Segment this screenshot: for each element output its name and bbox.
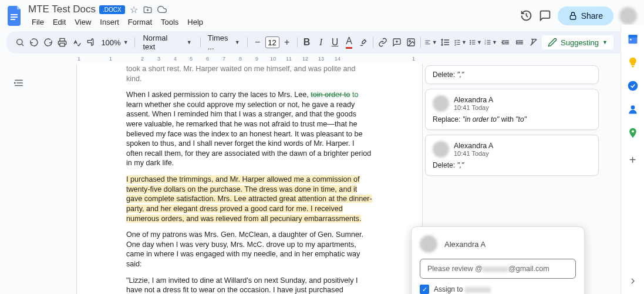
underline-icon[interactable]: U — [329, 36, 341, 49]
mode-dropdown[interactable]: Suggesting ▼ — [542, 35, 613, 49]
font-increase-icon[interactable]: + — [281, 36, 294, 49]
toolbar: 100%▼ Normal text▼ Times ...▼ − + B I U … — [6, 31, 638, 54]
menu-format[interactable]: Format — [124, 16, 156, 28]
comment-time: 10:41 Today — [454, 104, 493, 111]
align-icon[interactable]: ▼ — [424, 36, 437, 49]
comments-icon[interactable] — [539, 9, 552, 22]
italic-icon[interactable]: I — [315, 36, 327, 49]
svg-rect-16 — [628, 35, 637, 37]
menu-view[interactable]: View — [71, 16, 95, 28]
comment-time: 10:41 Today — [454, 150, 493, 157]
star-icon[interactable]: ☆ — [129, 4, 139, 15]
svg-point-7 — [409, 41, 411, 42]
svg-text:3: 3 — [484, 43, 485, 45]
svg-point-21 — [631, 130, 633, 132]
svg-rect-3 — [570, 15, 575, 19]
indent-increase-icon[interactable] — [514, 36, 525, 49]
bold-icon[interactable]: B — [301, 36, 312, 49]
commenter-avatar — [433, 95, 449, 112]
assign-popup: Alexandra A Please review @@gmail.com ✓ … — [411, 226, 585, 294]
svg-rect-0 — [11, 14, 18, 15]
svg-rect-17 — [630, 39, 632, 41]
clear-format-icon[interactable] — [528, 36, 540, 49]
menu-file[interactable]: File — [28, 16, 48, 28]
keep-icon[interactable] — [627, 56, 639, 68]
comment-card-0[interactable]: Delete: "," — [425, 65, 599, 84]
ruler[interactable]: 1 1 2 3 4 5 6 7 8 9 10 11 12 13 14 1 — [76, 56, 423, 64]
search-icon[interactable] — [14, 36, 26, 49]
comments-column: Delete: "," Alexandra A 10:41 Today Repl… — [425, 65, 599, 181]
indent-decrease-icon[interactable] — [500, 36, 511, 49]
svg-point-19 — [628, 81, 638, 91]
add-addon-icon[interactable]: + — [626, 153, 640, 167]
undo-icon[interactable] — [28, 36, 40, 49]
add-comment-icon[interactable] — [391, 36, 403, 49]
checklist-icon[interactable]: ▼ — [454, 36, 467, 49]
spellcheck-icon[interactable] — [70, 36, 82, 49]
svg-point-4 — [17, 39, 22, 45]
header: MTE Test Docs .DOCX ☆ File Edit View Ins… — [0, 0, 644, 31]
p4: "Lizzie, I am invited to dine at Willard… — [126, 276, 373, 294]
line-spacing-icon[interactable] — [440, 36, 451, 49]
svg-rect-1 — [11, 16, 18, 18]
menu-help[interactable]: Help — [184, 16, 207, 28]
expand-panel-icon[interactable] — [628, 276, 638, 288]
style-dropdown[interactable]: Normal text▼ — [138, 32, 196, 53]
link-icon[interactable] — [377, 36, 389, 49]
svg-point-8 — [470, 40, 470, 41]
highlight-icon[interactable] — [358, 36, 369, 49]
document-page[interactable]: took a short rest. Mr. Harper waited on … — [76, 64, 423, 294]
contacts-icon[interactable] — [627, 103, 639, 115]
move-icon[interactable] — [143, 4, 153, 15]
assign-label: Assign to — [434, 285, 491, 293]
calendar-icon[interactable] — [627, 33, 639, 45]
doc-title[interactable]: MTE Test Docs — [28, 4, 96, 15]
cloud-icon[interactable] — [157, 4, 167, 15]
p0: took a short rest. Mr. Harper waited on … — [126, 64, 373, 83]
print-icon[interactable] — [56, 36, 68, 49]
svg-point-14 — [15, 82, 16, 83]
commenter-avatar — [433, 141, 449, 158]
assign-checkbox[interactable]: ✓ — [420, 285, 429, 294]
image-icon[interactable] — [405, 36, 417, 49]
zoom-dropdown[interactable]: 100%▼ — [99, 38, 130, 47]
maps-icon[interactable] — [627, 127, 639, 139]
menu-insert[interactable]: Insert — [96, 16, 123, 28]
tasks-icon[interactable] — [627, 80, 639, 92]
svg-rect-5 — [60, 43, 65, 46]
paint-format-icon[interactable] — [85, 36, 96, 49]
p3: One of my patrons was Mrs. Gen. McClean,… — [126, 230, 373, 269]
comment-card-1[interactable]: Alexandra A 10:41 Today Replace: "in ord… — [425, 89, 599, 130]
docx-badge: .DOCX — [99, 5, 125, 14]
menu-tools[interactable]: Tools — [157, 16, 182, 28]
share-label: Share — [581, 11, 603, 21]
docs-logo-icon[interactable] — [7, 5, 23, 26]
font-dropdown[interactable]: Times ...▼ — [204, 32, 244, 53]
history-icon[interactable] — [520, 9, 533, 22]
svg-rect-18 — [632, 66, 633, 68]
bullet-list-icon[interactable]: ▼ — [469, 36, 482, 49]
outline-icon[interactable] — [11, 75, 27, 91]
commenter-name: Alexandra A — [454, 96, 493, 104]
svg-point-20 — [630, 105, 635, 109]
text-color-icon[interactable]: A — [343, 36, 355, 49]
font-decrease-icon[interactable]: − — [251, 36, 264, 49]
commenter-name: Alexandra A — [454, 142, 493, 150]
svg-point-9 — [470, 42, 470, 42]
svg-rect-2 — [11, 19, 15, 20]
popup-avatar — [420, 235, 437, 253]
p1: When I asked permission to carry the lac… — [126, 90, 373, 168]
comment-input[interactable]: Please review @@gmail.com — [420, 259, 576, 279]
popup-name: Alexandra A — [444, 240, 485, 249]
p2: I purchased the trimmings, and Mr. Harpe… — [126, 175, 373, 223]
share-button[interactable]: Share — [558, 6, 613, 25]
svg-point-10 — [470, 44, 470, 45]
numbered-list-icon[interactable]: 123▼ — [484, 36, 497, 49]
comment-card-2[interactable]: Alexandra A 10:41 Today Delete: "," — [425, 135, 599, 176]
redo-icon[interactable] — [42, 36, 54, 49]
menu-bar: File Edit View Insert Format Tools Help — [28, 16, 515, 28]
side-panel: + — [621, 25, 644, 294]
user-avatar[interactable] — [619, 7, 637, 25]
font-size-input[interactable] — [265, 36, 279, 48]
menu-edit[interactable]: Edit — [49, 16, 69, 28]
